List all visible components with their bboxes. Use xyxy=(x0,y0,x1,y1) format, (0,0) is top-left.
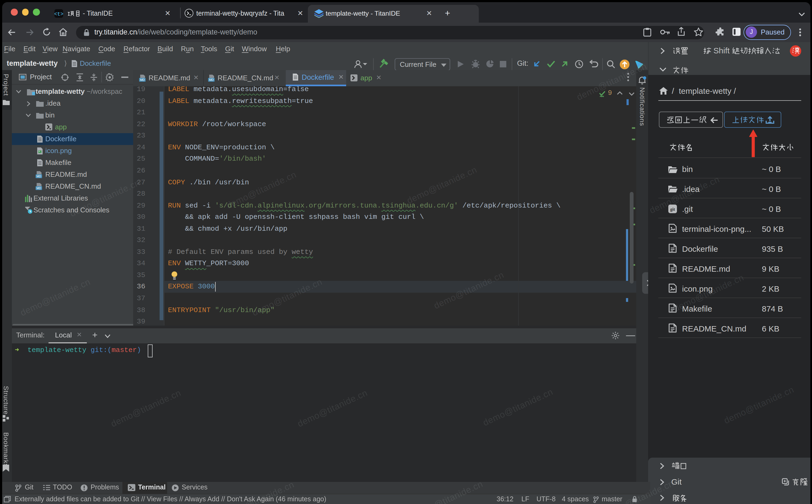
svg-text:MD: MD xyxy=(36,186,41,189)
svg-text:git: git xyxy=(670,207,675,212)
svg-text:<t>: <t> xyxy=(54,11,63,17)
svg-text:MD: MD xyxy=(209,78,213,81)
svg-text:MD: MD xyxy=(140,78,144,81)
svg-text:MD: MD xyxy=(36,174,41,178)
